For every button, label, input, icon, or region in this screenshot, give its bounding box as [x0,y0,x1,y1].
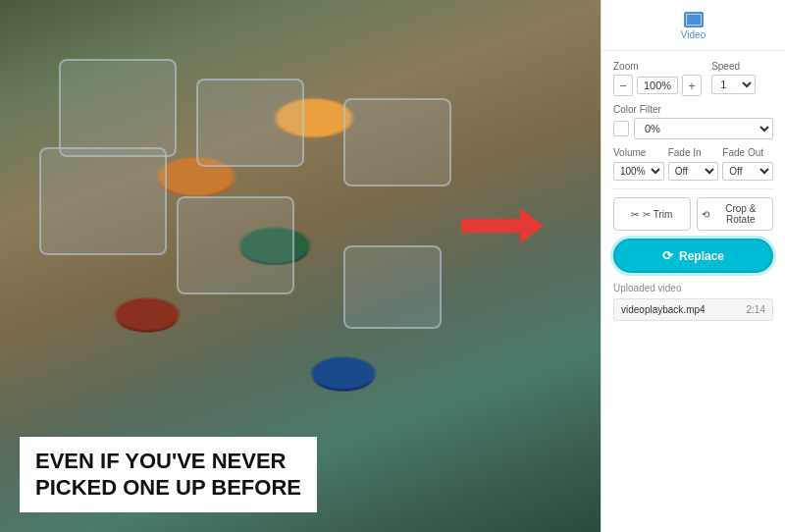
fade-out-control: Fade Out Off 0.5s 1s 2s [722,147,773,181]
fade-in-label: Fade In [668,147,719,158]
video-icon [684,12,704,27]
arrow-head [520,208,544,243]
speed-group: Speed 1 0.5 1.5 2 [711,61,756,94]
fade-in-control: Fade In Off 0.5s 1s 2s [668,147,719,181]
caption-line1: EVEN IF YOU'VE NEVER [35,449,301,474]
replace-icon: ⟳ [662,248,673,263]
color-filter-select[interactable]: 0% 25% 50% 75% 100% [634,118,773,139]
right-panel: Video Zoom − 100% + Speed 1 [601,0,785,532]
volume-label: Volume [613,147,664,158]
video-panel: EVEN IF YOU'VE NEVER PICKED ONE UP BEFOR… [0,0,601,532]
tray-5 [343,98,451,186]
zoom-label: Zoom [613,61,702,72]
file-row: videoplayback.mp4 2:14 [613,298,773,321]
fade-in-select[interactable]: Off 0.5s 1s 2s [668,162,719,181]
zoom-row: − 100% + [613,75,702,96]
tab-video-label: Video [681,29,706,40]
zoom-plus-button[interactable]: + [682,75,702,96]
caption-line2: PICKED ONE UP BEFORE [35,475,301,501]
tray-3 [196,79,304,167]
arrow-container [461,208,544,243]
volume-select[interactable]: 100% 75% 50% 25% [613,162,664,181]
tray-1 [59,59,177,157]
file-name: videoplayback.mp4 [621,304,706,315]
tray-4 [177,196,294,294]
uploaded-label: Uploaded video [613,283,773,293]
divider-1 [613,188,773,189]
color-filter-label: Color Filter [613,104,773,115]
trim-button[interactable]: ✂ ✂ Trim [613,197,691,231]
tab-video[interactable]: Video [669,8,717,44]
color-preview [613,121,629,136]
volume-control: Volume 100% 75% 50% 25% [613,147,664,181]
main-area: EVEN IF YOU'VE NEVER PICKED ONE UP BEFOR… [0,0,785,532]
zoom-minus-button[interactable]: − [613,75,633,96]
fade-out-label: Fade Out [722,147,773,158]
zoom-group: Zoom − 100% + [613,61,702,96]
tab-header: Video [602,0,785,51]
speed-label: Speed [711,61,756,72]
zoom-value: 100% [637,77,678,94]
crop-rotate-button[interactable]: ⟲ Crop & Rotate [697,197,774,231]
speed-select[interactable]: 1 0.5 1.5 2 [711,75,756,94]
tray-2 [39,147,167,255]
controls: Zoom − 100% + Speed 1 0.5 1.5 2 [602,51,785,532]
arrow-body [461,219,520,233]
trim-label: ✂ Trim [643,209,672,220]
zoom-speed-container: Zoom − 100% + Speed 1 0.5 1.5 2 [613,61,773,96]
replace-button[interactable]: ⟳ Replace [613,239,773,273]
fade-out-select[interactable]: Off 0.5s 1s 2s [722,162,773,181]
tray-6 [343,245,442,329]
volume-fade-row: Volume 100% 75% 50% 25% Fade In Off 0.5s… [613,147,773,181]
file-duration: 2:14 [747,304,765,315]
color-filter-section: Color Filter 0% 25% 50% 75% 100% [613,104,773,139]
crop-label: Crop & Rotate [713,203,769,225]
trim-icon: ✂ [631,209,639,220]
caption-box: EVEN IF YOU'VE NEVER PICKED ONE UP BEFOR… [20,437,317,512]
replace-label: Replace [679,249,724,263]
crop-icon: ⟲ [702,209,709,220]
action-row: ✂ ✂ Trim ⟲ Crop & Rotate [613,197,773,231]
